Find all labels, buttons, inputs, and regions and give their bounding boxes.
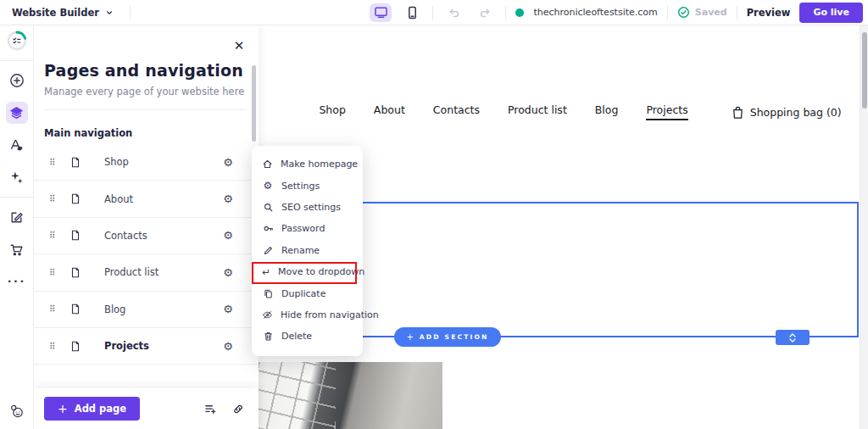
shopping-bag-label: Shopping bag (0)	[750, 106, 842, 119]
saved-status: Saved	[695, 7, 727, 18]
key-icon	[262, 223, 274, 234]
drag-handle-icon[interactable]: ⠿	[49, 304, 61, 314]
home-icon	[262, 159, 273, 170]
gear-icon[interactable]: ⚙	[223, 304, 233, 315]
sidebar-item-blog[interactable]	[6, 206, 28, 228]
undo-icon	[448, 7, 460, 19]
brand-logo[interactable]	[6, 30, 28, 52]
page-row-projects[interactable]: ⠿ Projects ⚙	[34, 328, 259, 365]
link-icon[interactable]	[231, 403, 245, 415]
menu-item-rename[interactable]: Rename	[252, 240, 363, 261]
divider	[667, 6, 668, 20]
sidebar-item-pages[interactable]	[6, 102, 28, 124]
go-live-button[interactable]: Go live	[799, 3, 863, 23]
drag-handle-icon[interactable]: ⠿	[49, 268, 61, 277]
menu-item-delete[interactable]: Delete	[252, 326, 363, 347]
close-icon[interactable]: ✕	[231, 38, 247, 53]
page-row-shop[interactable]: ⠿ Shop ⚙	[34, 144, 259, 181]
search-icon	[262, 202, 274, 213]
page-icon	[70, 266, 81, 279]
site-nav-about[interactable]: About	[374, 103, 405, 120]
desktop-icon	[374, 6, 388, 19]
shopping-bag-link[interactable]: Shopping bag (0)	[732, 105, 842, 120]
sidebar-item-styles[interactable]	[6, 134, 28, 156]
menu-item-duplicate[interactable]: Duplicate	[252, 282, 363, 304]
canvas-scrollbar-thumb[interactable]	[862, 32, 867, 109]
menu-item-hide-from-navigation[interactable]: Hide from navigation	[252, 304, 363, 326]
redo-icon	[479, 7, 492, 19]
add-section-button[interactable]: + ADD SECTION	[394, 327, 501, 347]
move-section-button[interactable]	[776, 330, 810, 345]
drag-handle-icon[interactable]: ⠿	[49, 194, 61, 203]
chevron-down-icon	[789, 338, 796, 343]
page-icon	[70, 156, 81, 169]
site-nav-shop[interactable]: Shop	[319, 103, 345, 120]
shopping-bag-icon	[732, 105, 744, 120]
divider	[505, 6, 506, 20]
drag-handle-icon[interactable]: ⠿	[49, 231, 61, 240]
drag-handle-icon[interactable]: ⠿	[49, 342, 61, 351]
preview-button[interactable]: Preview	[747, 7, 791, 19]
add-circle-icon	[9, 73, 25, 88]
page-icon	[70, 340, 81, 353]
gear-icon[interactable]: ⚙	[223, 230, 233, 241]
page-label: Product list	[104, 266, 159, 278]
more-dots-icon: •••	[8, 277, 26, 286]
mobile-view-button[interactable]	[401, 3, 423, 22]
eye-off-icon	[262, 309, 273, 320]
section-label: Main navigation	[34, 110, 259, 146]
sidebar-item-store[interactable]	[6, 238, 28, 260]
page-icon	[70, 303, 81, 315]
page-icon	[70, 192, 81, 205]
panel-scrollbar-thumb[interactable]	[252, 65, 256, 142]
sidebar-item-more[interactable]: •••	[6, 270, 28, 292]
page-row-blog[interactable]: ⠿ Blog ⚙	[34, 292, 259, 328]
drag-handle-icon[interactable]: ⠿	[49, 158, 61, 167]
desktop-view-button[interactable]	[370, 3, 392, 22]
app-title[interactable]: Website Builder	[12, 7, 99, 19]
page-icon	[70, 229, 81, 242]
section-image[interactable]	[259, 362, 442, 429]
page-row-product-list[interactable]: ⠿ Product list ⚙	[34, 254, 259, 291]
gear-icon[interactable]: ⚙	[223, 157, 233, 168]
divider	[0, 197, 34, 198]
sidebar-item-ai[interactable]	[6, 166, 28, 188]
site-nav-product-list[interactable]: Product list	[508, 103, 567, 120]
website-builder-app: Website Builder	[0, 0, 868, 429]
menu-item-settings[interactable]: ⚙ Settings	[252, 175, 363, 196]
enter-arrow-icon: ↵	[262, 267, 270, 277]
divider	[737, 6, 737, 20]
menu-item-move-to-dropdown[interactable]: ↵ Move to dropdown	[252, 261, 363, 282]
check-circle-icon	[677, 6, 690, 19]
redo-button[interactable]	[474, 3, 496, 22]
styles-icon	[9, 138, 24, 153]
menu-item-make-homepage[interactable]: Make homepage	[252, 153, 363, 175]
add-to-list-icon[interactable]	[203, 403, 217, 415]
panel-subtitle: Manage every page of your website here	[44, 86, 247, 98]
menu-item-password[interactable]: Password	[252, 218, 363, 239]
menu-item-seo-settings[interactable]: SEO settings	[252, 197, 363, 218]
pages-layers-icon	[9, 106, 24, 120]
gear-icon[interactable]: ⚙	[223, 193, 233, 204]
undo-button[interactable]	[442, 3, 465, 22]
divider	[0, 60, 34, 61]
divider	[432, 6, 433, 20]
chevron-down-icon[interactable]	[105, 8, 114, 17]
site-nav-blog[interactable]: Blog	[595, 103, 619, 120]
gear-icon[interactable]: ⚙	[223, 341, 233, 352]
site-domain[interactable]: thechronicleoftestsite.com	[533, 7, 657, 18]
gear-icon[interactable]: ⚙	[223, 267, 233, 278]
site-nav-projects[interactable]: Projects	[646, 103, 687, 120]
page-row-about[interactable]: ⠿ About ⚙	[34, 181, 259, 217]
add-page-button[interactable]: + Add page	[44, 397, 140, 421]
sidebar-item-add[interactable]	[6, 70, 28, 92]
topbar: Website Builder	[0, 0, 868, 25]
site-nav-contacts[interactable]: Contacts	[433, 103, 480, 120]
help-button[interactable]	[6, 400, 28, 422]
site-status-dot	[515, 8, 524, 17]
page-label: About	[104, 193, 133, 205]
blog-icon	[9, 210, 24, 225]
page-row-contacts[interactable]: ⠿ Contacts ⚙	[34, 218, 259, 254]
page-list: ⠿ Shop ⚙ ⠿ About ⚙ ⠿ Contacts ⚙ ⠿ Produc…	[34, 144, 259, 365]
chevron-up-icon	[789, 333, 796, 337]
